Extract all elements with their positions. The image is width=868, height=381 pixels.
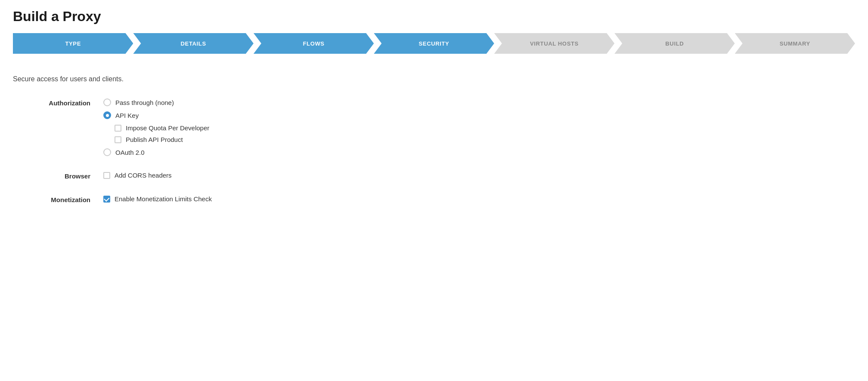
checkbox-monetization-limits[interactable]: Enable Monetization Limits Check (103, 195, 212, 203)
step-security[interactable]: SECURITY (374, 33, 494, 54)
checkbox-label-impose-quota: Impose Quota Per Developer (126, 124, 209, 132)
authorization-controls: Pass through (none) API Key Impose Quota… (103, 98, 209, 156)
step-details[interactable]: DETAILS (133, 33, 253, 54)
step-flows[interactable]: FLOWS (254, 33, 374, 54)
monetization-label: Monetization (13, 195, 90, 203)
checkbox-label-publish-api: Publish API Product (126, 136, 183, 143)
monetization-controls: Enable Monetization Limits Check (103, 195, 212, 203)
authorization-section: Authorization Pass through (none) API Ke… (13, 98, 855, 156)
monetization-section: Monetization Enable Monetization Limits … (13, 195, 855, 203)
checkbox-box-publish-api (115, 136, 121, 143)
radio-circle-api-key (103, 111, 111, 119)
step-type[interactable]: TYPE (13, 33, 133, 54)
radio-circle-oauth (103, 148, 111, 156)
checkbox-cors[interactable]: Add CORS headers (103, 172, 172, 179)
page-title: Build a Proxy (13, 9, 855, 25)
checkbox-publish-api[interactable]: Publish API Product (115, 136, 209, 143)
checkbox-box-monetization-limits (103, 196, 110, 203)
content-area: Secure access for users and clients. Aut… (13, 71, 855, 223)
checkbox-impose-quota[interactable]: Impose Quota Per Developer (115, 124, 209, 132)
radio-circle-pass-through (103, 98, 111, 106)
radio-label-oauth: OAuth 2.0 (115, 149, 145, 156)
step-virtual-hosts[interactable]: VIRTUAL HOSTS (494, 33, 614, 54)
browser-label: Browser (13, 172, 90, 180)
checkbox-box-impose-quota (115, 125, 121, 132)
api-key-sub-options: Impose Quota Per Developer Publish API P… (115, 124, 209, 143)
browser-section: Browser Add CORS headers (13, 172, 855, 180)
checkbox-label-cors: Add CORS headers (115, 172, 172, 179)
radio-label-pass-through: Pass through (none) (115, 99, 174, 106)
step-summary[interactable]: SUMMARY (735, 33, 855, 54)
browser-controls: Add CORS headers (103, 172, 172, 179)
step-build[interactable]: BUILD (614, 33, 735, 54)
wizard-steps: TYPE DETAILS FLOWS SECURITY VIRTUAL HOST… (13, 33, 855, 54)
radio-oauth[interactable]: OAuth 2.0 (103, 148, 209, 156)
radio-label-api-key: API Key (115, 112, 139, 119)
section-subtitle: Secure access for users and clients. (13, 75, 855, 83)
checkbox-box-cors (103, 172, 110, 179)
authorization-label: Authorization (13, 98, 90, 107)
radio-pass-through[interactable]: Pass through (none) (103, 98, 209, 106)
radio-api-key[interactable]: API Key (103, 111, 209, 119)
checkbox-label-monetization-limits: Enable Monetization Limits Check (115, 195, 212, 203)
